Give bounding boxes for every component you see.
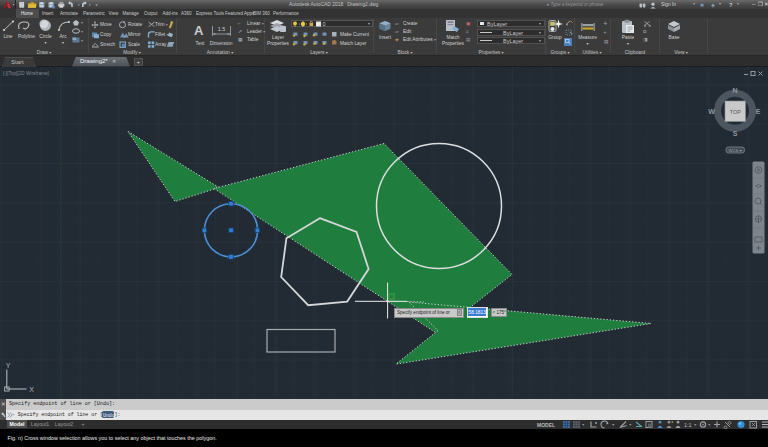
svg-text:W: W: [708, 107, 715, 114]
svg-text:X: X: [29, 385, 34, 392]
svg-text:Y: Y: [6, 362, 11, 369]
svg-text:S: S: [733, 129, 738, 136]
svg-text:WCS ▾: WCS ▾: [728, 147, 742, 152]
svg-text:1.5: 1.5: [218, 26, 226, 32]
svg-text:1:1: 1:1: [684, 422, 692, 428]
svg-text:TOP: TOP: [730, 108, 742, 114]
svg-text:N: N: [732, 86, 737, 93]
svg-text:E: E: [756, 107, 761, 114]
